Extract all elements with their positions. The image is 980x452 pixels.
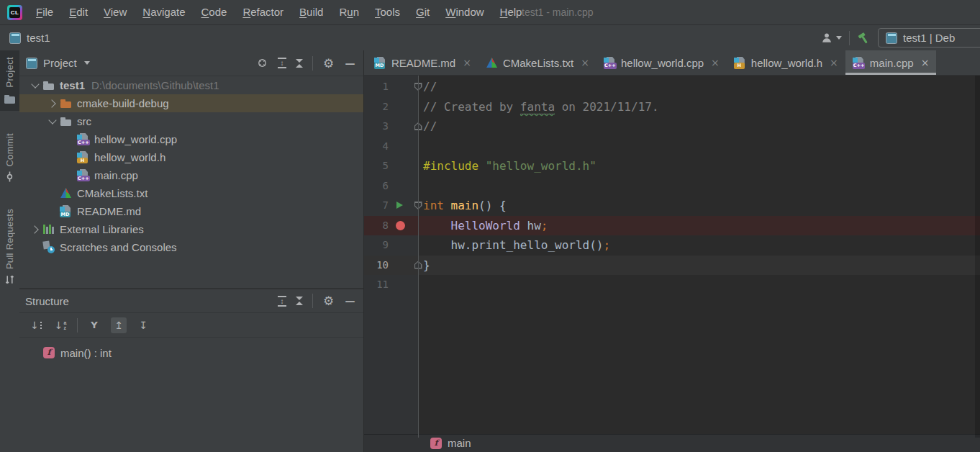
code-text: int main() { [423, 196, 507, 216]
close-icon[interactable]: × [581, 57, 589, 68]
code-token: HelloWorld [451, 219, 520, 232]
function-icon: f [43, 347, 55, 358]
menu-item-window[interactable]: Window [437, 0, 491, 24]
menu-item-build[interactable]: Build [291, 0, 331, 24]
tree-row-scratches-and-consoles[interactable]: Scratches and Consoles [19, 238, 363, 256]
toolbar-right-cluster: test1 | Deb [820, 25, 980, 50]
chevron-down-icon [836, 36, 842, 40]
build-button[interactable] [857, 31, 871, 45]
tree-item-label: External Libraries [60, 223, 144, 235]
tree-row-test1[interactable]: test1D:\documents\Github\test1 [19, 76, 363, 94]
structure-item[interactable]: fmain() : int [19, 343, 363, 362]
stripe-item-commit[interactable]: Commit [0, 127, 19, 189]
tree-chevron[interactable] [28, 83, 42, 87]
sort-alphabetically-icon[interactable]: ↓az [53, 317, 68, 333]
code-token [478, 159, 486, 173]
group-methods-icon[interactable]: Y [86, 317, 102, 333]
locate-icon[interactable] [256, 57, 268, 69]
hide-icon[interactable]: — [344, 57, 356, 69]
tree-chevron[interactable] [28, 227, 42, 232]
tree-row-hellow-world-h[interactable]: Hhellow_world.h [19, 148, 363, 166]
tree-chevron[interactable] [45, 101, 60, 107]
structure-item-label: main() : int [60, 347, 112, 359]
run-config-window-icon [886, 32, 897, 44]
autoscroll-to-source-icon[interactable]: ↧ [135, 317, 151, 333]
tree-row-cmake-build-debug[interactable]: cmake-build-debug [19, 94, 363, 112]
menu-item-git[interactable]: Git [408, 0, 437, 24]
hide-icon[interactable]: — [344, 295, 356, 307]
code-line-1[interactable]: 1// [364, 77, 980, 97]
autoscroll-from-source-icon[interactable]: ↥ [111, 317, 127, 333]
tab-hellow-world-cpp[interactable]: C++hellow_world.cpp× [596, 50, 727, 75]
tree-row-external-libraries[interactable]: External Libraries [19, 220, 363, 238]
editor-breadcrumbs: fmain [364, 434, 980, 452]
close-icon[interactable]: × [711, 57, 720, 68]
breadcrumb-item[interactable]: main [448, 438, 471, 449]
code-text: // Created by fanta on 2021/11/17. [423, 97, 659, 117]
tab-cmakelists-txt[interactable]: CMakeLists.txt× [478, 50, 596, 75]
toolbar-separator [77, 318, 78, 333]
code-line-7[interactable]: 7int main() { [364, 196, 980, 216]
stripe-item-project[interactable]: Project [0, 50, 19, 111]
tree-row-src[interactable]: src [19, 112, 363, 130]
stripe-item-pull-requests[interactable]: Pull Requests [0, 202, 19, 291]
expand-all-icon[interactable]: ↕ [278, 58, 286, 68]
tab-hellow-world-h[interactable]: Hhellow_world.h× [727, 50, 845, 75]
menu-item-tools[interactable]: Tools [367, 0, 408, 24]
sort-by-type-icon[interactable]: ↓ [28, 317, 44, 333]
external-libraries-icon [42, 223, 55, 235]
run-line-icon[interactable] [394, 196, 409, 216]
tree-row-hellow-world-cpp[interactable]: C++hellow_world.cpp [19, 130, 363, 148]
tab-main-cpp[interactable]: C++main.cpp× [845, 50, 937, 75]
stripe-item-label: Commit [4, 133, 15, 167]
menu-item-run[interactable]: Run [331, 0, 367, 24]
close-icon[interactable]: × [463, 57, 471, 68]
editor-scrollbar[interactable] [975, 76, 980, 438]
menu-item-code[interactable]: Code [194, 0, 235, 24]
menu-item-refactor[interactable]: Refactor [235, 0, 291, 24]
code-line-8[interactable]: 8 HelloWorld hw; [364, 216, 980, 236]
chevron-down-icon[interactable] [84, 61, 90, 65]
code-token: } [423, 258, 430, 272]
navbar-project-breadcrumb[interactable]: test1 [9, 25, 50, 50]
code-lines: 1//2// Created by fanta on 2021/11/17.3/… [364, 77, 980, 295]
expand-all-icon[interactable]: ↕ [278, 296, 286, 307]
menu-item-view[interactable]: View [96, 0, 135, 24]
collapse-all-icon[interactable] [296, 59, 303, 68]
menu-item-navigate[interactable]: Navigate [135, 0, 193, 24]
tree-row-readme-md[interactable]: MDREADME.md [19, 202, 363, 220]
user-account-button[interactable] [820, 32, 842, 43]
breakpoint-icon[interactable] [394, 216, 409, 236]
cpp-file-icon: C++ [853, 57, 865, 69]
tree-item-label: main.cpp [94, 169, 138, 181]
tree-item-label: src [77, 115, 91, 127]
run-configuration-select[interactable]: test1 | Deb [878, 28, 980, 48]
close-icon[interactable]: × [830, 57, 838, 68]
code-line-10[interactable]: 10} [364, 256, 980, 276]
code-line-4[interactable]: 4 [364, 137, 980, 157]
code-line-3[interactable]: 3// [364, 117, 980, 137]
code-line-11[interactable]: 11 [364, 275, 980, 295]
code-token: #include [423, 159, 478, 173]
code-line-6[interactable]: 6 [364, 176, 980, 196]
code-text: // [423, 77, 437, 97]
settings-icon[interactable]: ⚙ [322, 295, 335, 307]
code-editor[interactable]: 1//2// Created by fanta on 2021/11/17.3/… [364, 76, 980, 438]
tab-label: hellow_world.cpp [621, 57, 704, 69]
menu-item-edit[interactable]: Edit [61, 0, 96, 24]
line-number: 7 [364, 196, 389, 216]
tree-row-cmakelists-txt[interactable]: CMakeLists.txt [19, 184, 363, 202]
settings-icon[interactable]: ⚙ [322, 57, 335, 69]
close-icon[interactable]: × [921, 57, 930, 68]
tree-item-label: README.md [77, 205, 141, 217]
code-line-9[interactable]: 9 hw.print_hello_world(); [364, 235, 980, 256]
code-line-5[interactable]: 5#include "hellow_world.h" [364, 156, 980, 176]
tree-item-label: cmake-build-debug [77, 97, 169, 109]
tree-chevron[interactable] [45, 119, 60, 123]
project-panel-title[interactable]: Project [43, 57, 77, 69]
menu-item-file[interactable]: File [28, 0, 61, 24]
tab-readme-md[interactable]: MDREADME.md× [367, 50, 478, 75]
tree-row-main-cpp[interactable]: C++main.cpp [19, 166, 363, 184]
collapse-all-icon[interactable] [296, 297, 303, 305]
code-line-2[interactable]: 2// Created by fanta on 2021/11/17. [364, 97, 980, 117]
